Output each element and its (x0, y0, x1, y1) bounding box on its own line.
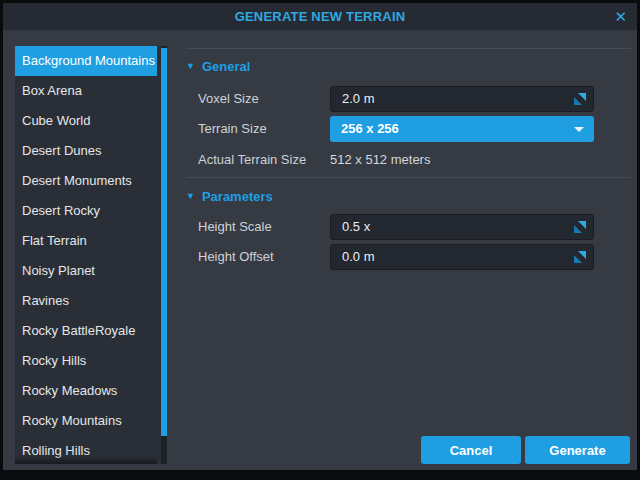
terrain-list: Background MountainsBox ArenaCube WorldD… (15, 46, 157, 464)
drag-resize-icon[interactable] (574, 251, 586, 263)
terrain-list-item[interactable]: Rocky Mountains (15, 406, 157, 436)
section-divider (186, 48, 631, 49)
height-offset-field[interactable]: 0.0 m (330, 244, 594, 270)
voxel-size-value: 2.0 m (342, 91, 375, 106)
terrain-list-item[interactable]: Desert Rocky (15, 196, 157, 226)
height-scale-value: 0.5 x (342, 219, 370, 234)
voxel-size-field[interactable]: 2.0 m (330, 86, 594, 112)
terrain-size-label: Terrain Size (198, 116, 267, 142)
height-offset-label: Height Offset (198, 244, 274, 270)
terrain-list-item[interactable]: Ravines (15, 286, 157, 316)
terrain-list-item[interactable]: Rocky BattleRoyale (15, 316, 157, 346)
drag-resize-icon[interactable] (574, 221, 586, 233)
terrain-settings-panel: ▼ General Voxel Size 2.0 m Terrain Size … (183, 30, 633, 470)
terrain-list-item[interactable]: Box Arena (15, 76, 157, 106)
section-header-general[interactable]: ▼ General (186, 59, 250, 74)
height-offset-value: 0.0 m (342, 249, 375, 264)
dropdown-arrow-icon (574, 127, 584, 132)
list-scrollbar-track[interactable] (161, 46, 167, 464)
dialog-titlebar: GENERATE NEW TERRAIN ✕ (3, 3, 637, 30)
voxel-size-label: Voxel Size (198, 86, 259, 112)
terrain-list-item[interactable]: Rocky Hills (15, 346, 157, 376)
actual-terrain-size-label: Actual Terrain Size (198, 148, 306, 172)
terrain-list-item[interactable]: Cube World (15, 106, 157, 136)
section-title: Parameters (202, 189, 273, 204)
close-icon[interactable]: ✕ (614, 3, 627, 30)
dialog-body: Background MountainsBox ArenaCube WorldD… (3, 30, 637, 470)
terrain-size-dropdown[interactable]: 256 x 256 (330, 116, 594, 142)
generate-button[interactable]: Generate (525, 436, 630, 464)
terrain-list-item[interactable]: Desert Monuments (15, 166, 157, 196)
drag-resize-icon[interactable] (574, 93, 586, 105)
chevron-down-icon: ▼ (186, 192, 195, 201)
section-divider (186, 177, 631, 178)
actual-terrain-size-value: 512 x 512 meters (330, 148, 430, 172)
list-scrollbar-thumb[interactable] (161, 48, 167, 436)
dialog-title: GENERATE NEW TERRAIN (235, 9, 406, 24)
terrain-preset-list-panel: Background MountainsBox ArenaCube WorldD… (15, 46, 167, 464)
cancel-button[interactable]: Cancel (421, 436, 521, 464)
height-scale-label: Height Scale (198, 214, 272, 240)
terrain-list-item[interactable]: Rolling Hills (15, 436, 157, 464)
terrain-list-item[interactable]: Flat Terrain (15, 226, 157, 256)
terrain-list-item[interactable]: Rocky Meadows (15, 376, 157, 406)
height-scale-field[interactable]: 0.5 x (330, 214, 594, 240)
terrain-size-selected-value: 256 x 256 (341, 121, 399, 136)
section-title: General (202, 59, 250, 74)
generate-new-terrain-dialog: GENERATE NEW TERRAIN ✕ Background Mounta… (3, 3, 637, 470)
terrain-list-item[interactable]: Background Mountains (15, 46, 157, 76)
chevron-down-icon: ▼ (186, 62, 195, 71)
section-header-parameters[interactable]: ▼ Parameters (186, 189, 273, 204)
terrain-list-item[interactable]: Noisy Planet (15, 256, 157, 286)
terrain-list-item[interactable]: Desert Dunes (15, 136, 157, 166)
